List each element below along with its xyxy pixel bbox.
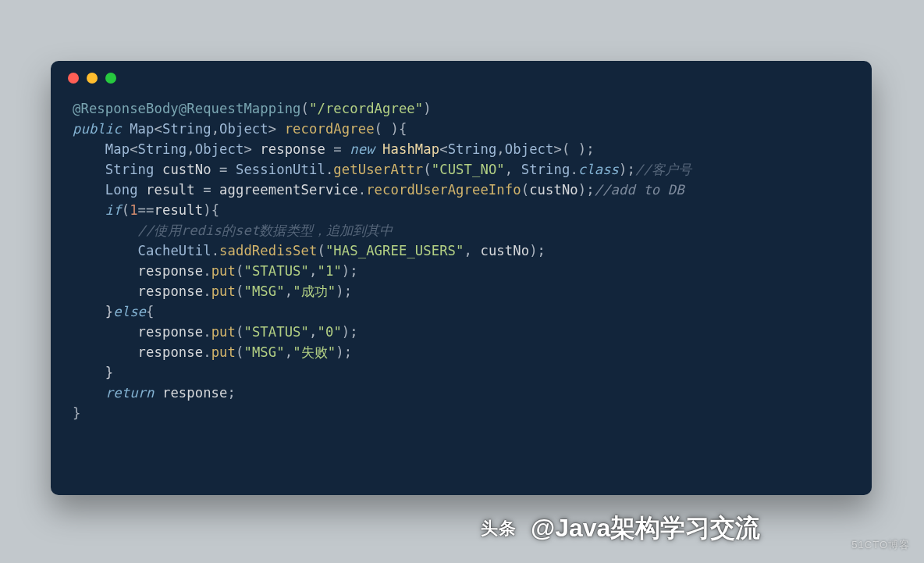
type-map-2: Map [105, 141, 130, 157]
zoom-dot[interactable] [105, 73, 116, 84]
str-custno: "CUST_NO" [432, 162, 505, 177]
kw-if: if [105, 202, 122, 218]
str-status-2: "STATUS" [243, 324, 309, 340]
var-response-ref4: response [138, 344, 204, 360]
str-msg-2: "MSG" [243, 344, 284, 360]
method-put-4: put [211, 344, 236, 360]
type-object: Object [219, 121, 268, 137]
class-cacheutil: CacheUtil [138, 243, 211, 258]
class-sessionutil: SessionUtil [236, 162, 325, 177]
method-put-1: put [211, 263, 236, 279]
watermark-label: 头条 [481, 517, 517, 540]
var-custno: custNo [162, 162, 211, 177]
watermark-right: 51CTO博客 [851, 538, 910, 552]
minimize-dot[interactable] [87, 73, 98, 84]
comment-addtodb: //add to DB [595, 182, 684, 198]
method-put-3: put [211, 324, 236, 340]
type-long: Long [105, 182, 138, 198]
kw-return: return [105, 385, 155, 401]
window-titlebar [51, 61, 872, 95]
annotation-requestmapping: @RequestMapping [179, 101, 301, 116]
num-one: 1 [130, 202, 137, 218]
str-success: "成功" [293, 283, 336, 299]
return-var: response [162, 385, 228, 401]
var-response-ref1: response [138, 263, 204, 279]
type-object-3: Object [505, 141, 554, 157]
str-msg-1: "MSG" [243, 283, 284, 299]
svc-aggreement: aggreementService [219, 182, 358, 198]
method-getuserattr: getUserAttr [333, 162, 423, 177]
str-zero: "0" [317, 324, 341, 340]
type-string-3: String [448, 141, 497, 157]
close-dot[interactable] [68, 73, 79, 84]
method-put-2: put [211, 283, 236, 299]
str-status-1: "STATUS" [243, 263, 309, 279]
type-hashmap: HashMap [382, 141, 439, 157]
code-block: @ResponseBody@RequestMapping("/recordAgr… [51, 95, 872, 439]
str-fail: "失败" [293, 344, 336, 360]
type-string-5: String [521, 162, 570, 177]
watermark-attribution: @Java架构学习交流 [531, 511, 760, 546]
comment-custno: //客户号 [635, 162, 691, 177]
type-string-4: String [105, 162, 155, 177]
mapping-path: "/recordAgree" [309, 101, 423, 116]
kw-public: public [73, 121, 122, 137]
var-response-ref2: response [138, 283, 204, 299]
arg-custno: custNo [529, 182, 578, 198]
var-result: result [146, 182, 195, 198]
comment-redis: //使用redis的set数据类型，追加到其中 [138, 223, 393, 238]
kw-class: class [578, 162, 619, 177]
kw-new: new [350, 141, 374, 157]
arg-custno-2: custNo [480, 243, 529, 258]
method-name: recordAgree [285, 121, 375, 137]
type-string-2: String [138, 141, 187, 157]
str-one: "1" [317, 263, 341, 279]
str-hasagree: "HAS_AGREE_USERS" [325, 243, 464, 258]
kw-else: else [113, 304, 146, 319]
type-string: String [162, 121, 211, 137]
method-recorduser: recordUserAgreeInfo [366, 182, 521, 198]
type-object-2: Object [195, 141, 244, 157]
method-saddredis: saddRedisSet [219, 243, 317, 258]
var-response: response [260, 141, 325, 157]
code-window: @ResponseBody@RequestMapping("/recordAgr… [51, 61, 872, 495]
annotation-responsebody: @ResponseBody [73, 101, 179, 116]
var-response-ref3: response [138, 324, 204, 340]
type-map: Map [130, 121, 154, 137]
var-result-ref: result [155, 202, 204, 218]
